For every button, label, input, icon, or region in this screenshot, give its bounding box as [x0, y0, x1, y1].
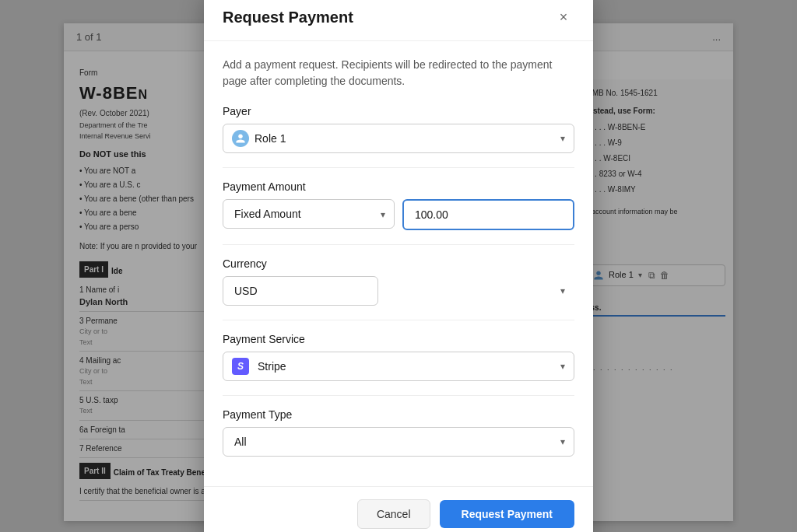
payer-select[interactable]: Role 1 [223, 124, 574, 153]
currency-select-wrapper: USD EUR GBP CAD ▾ [223, 276, 574, 306]
modal-title: Request Payment [223, 9, 353, 26]
payment-service-label: Payment Service [223, 333, 574, 345]
currency-label: Currency [223, 257, 574, 270]
payment-amount-row: Fixed Amount Variable Amount ▾ [223, 199, 574, 230]
section-divider-4 [223, 395, 574, 396]
payment-type-select-wrapper: Fixed Amount Variable Amount ▾ [223, 199, 395, 230]
stripe-select-wrapper: S Stripe PayPal ▾ [223, 352, 574, 381]
currency-select[interactable]: USD EUR GBP CAD [223, 276, 378, 306]
payment-service-group: Payment Service S Stripe PayPal ▾ [223, 333, 574, 381]
section-divider-3 [223, 320, 574, 320]
payment-type-filter-select[interactable]: All One-time Recurring [223, 427, 574, 457]
payment-type-select[interactable]: Fixed Amount Variable Amount [223, 199, 395, 229]
payment-type-group: Payment Type All One-time Recurring ▾ [223, 408, 574, 457]
payer-select-wrapper: Role 1 ▾ [223, 124, 574, 153]
modal-description: Add a payment request. Recipients will b… [223, 57, 574, 89]
modal-footer: Cancel Request Payment [204, 486, 593, 532]
payment-service-select[interactable]: Stripe PayPal [223, 352, 574, 381]
payer-field-group: Payer Role 1 ▾ [223, 105, 574, 153]
modal-body: Add a payment request. Recipients will b… [204, 41, 593, 486]
section-divider-1 [223, 167, 574, 168]
modal-close-button[interactable]: × [553, 6, 574, 28]
payment-amount-group: Payment Amount Fixed Amount Variable Amo… [223, 180, 574, 230]
payment-type-filter-wrapper: All One-time Recurring ▾ [223, 427, 574, 457]
payer-label: Payer [223, 105, 574, 117]
amount-input-wrapper [402, 199, 574, 230]
amount-input[interactable] [402, 199, 574, 230]
request-payment-modal: Request Payment × Add a payment request.… [204, 0, 593, 532]
currency-chevron-icon: ▾ [560, 285, 565, 296]
payment-type-label: Payment Type [223, 408, 574, 421]
payment-amount-label: Payment Amount [223, 180, 574, 193]
modal-header: Request Payment × [204, 0, 593, 41]
cancel-button[interactable]: Cancel [357, 499, 430, 529]
currency-field-group: Currency USD EUR GBP CAD ▾ [223, 257, 574, 306]
request-payment-button[interactable]: Request Payment [440, 500, 574, 528]
section-divider-2 [223, 244, 574, 245]
